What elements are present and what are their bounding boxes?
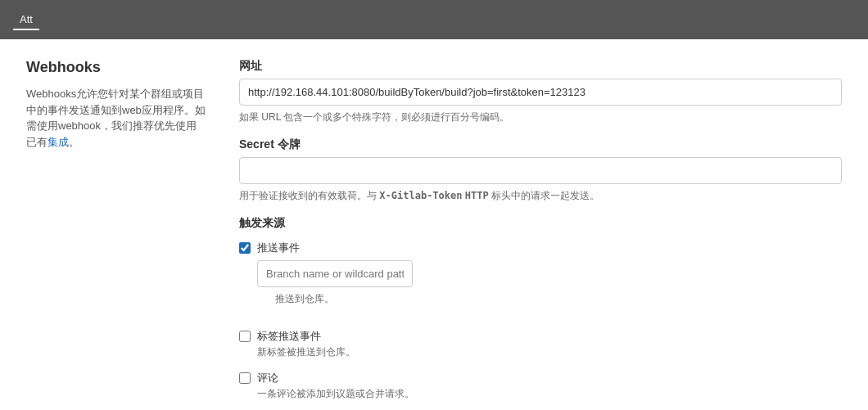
url-input[interactable] [239,79,842,106]
push-hint: 推送到仓库。 [275,292,413,306]
description-text: Webhooks允许您针对某个群组或项目中的事件发送通知到web应用程序。如需使… [26,86,206,150]
right-panel: 网址 如果 URL 包含一个或多个特殊字符，则必须进行百分号编码。 Secret… [239,59,842,410]
comments-label[interactable]: 评论 一条评论被添加到议题或合并请求。 [257,371,414,401]
secret-input[interactable] [239,157,842,184]
main-container: Webhooks Webhooks允许您针对某个群组或项目中的事件发送通知到we… [0,39,868,410]
top-bar-tab-att[interactable]: Att [13,10,39,30]
branch-input-wrapper [257,260,413,287]
comments-checkbox[interactable] [239,372,251,384]
secret-label: Secret 令牌 [239,137,842,152]
trigger-title: 触发来源 [239,216,842,231]
checkbox-item-push: 推送事件 推送到仓库。 [239,241,842,318]
integration-link[interactable]: 集成 [47,136,69,148]
checkbox-item-comments: 评论 一条评论被添加到议题或合并请求。 [239,371,842,401]
branch-pattern-input[interactable] [257,260,413,287]
left-panel: Webhooks Webhooks允许您针对某个群组或项目中的事件发送通知到we… [26,59,206,410]
page-title: Webhooks [26,59,206,76]
url-label: 网址 [239,59,842,74]
checkbox-item-tag-push: 标签推送事件 新标签被推送到仓库。 [239,329,842,359]
tag-push-checkbox[interactable] [239,331,251,342]
secret-hint: 用于验证接收到的有效载荷。与 X-Gitlab-Token HTTP 标头中的请… [239,189,842,203]
push-events-main-label[interactable]: 推送事件 [257,241,413,255]
tag-push-label[interactable]: 标签推送事件 新标签被推送到仓库。 [257,329,355,359]
push-events-checkbox[interactable] [239,242,251,254]
push-events-label: 推送事件 推送到仓库。 [257,241,413,318]
top-bar: Att [0,0,868,39]
url-hint: 如果 URL 包含一个或多个特殊字符，则必须进行百分号编码。 [239,110,842,124]
